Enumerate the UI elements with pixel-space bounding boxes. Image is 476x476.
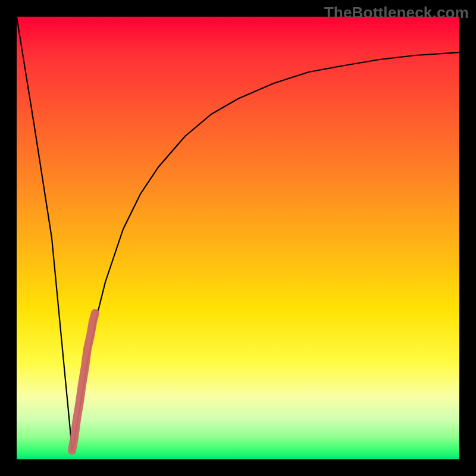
watermark-text: TheBottleneck.com xyxy=(324,4,469,22)
highlight-segment xyxy=(72,313,95,450)
chart-frame: TheBottleneck.com xyxy=(0,0,476,476)
plot-area xyxy=(17,17,459,459)
chart-svg xyxy=(17,17,459,459)
